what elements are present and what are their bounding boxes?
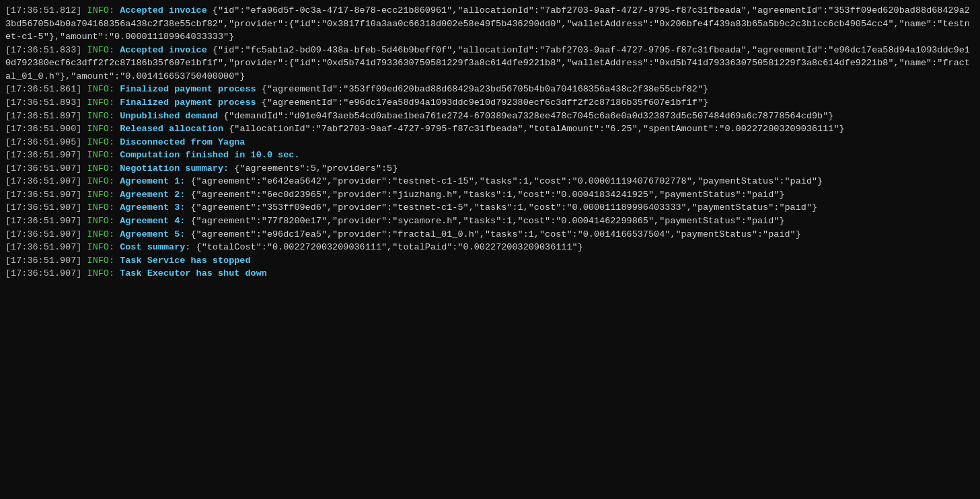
timestamp: [17:36:51.907] [5, 150, 87, 160]
log-body: {"agreement":"353ff09ed6","provider":"te… [185, 202, 817, 213]
log-label: Released allocation [120, 124, 223, 134]
timestamp: [17:36:51.907] [5, 163, 87, 174]
log-body: {"agreement":"6ec0d23965","provider":"ji… [185, 190, 784, 200]
log-body: {"allocationId":"7abf2703-9aaf-4727-9795… [223, 124, 845, 134]
timestamp: [17:36:51.907] [5, 190, 87, 200]
log-body: {"agreementId":"e96dc17ea58d94a1093ddc9e… [256, 98, 708, 108]
log-label: Accepted invoice [120, 45, 207, 55]
log-level: INFO: [87, 124, 120, 134]
log-level: INFO: [87, 216, 120, 226]
log-line: [17:36:51.907] INFO: Computation finishe… [5, 149, 975, 162]
log-line: [17:36:51.907] INFO: Agreement 4: {"agre… [5, 215, 975, 228]
log-line: [17:36:51.907] INFO: Agreement 5: {"agre… [5, 228, 975, 241]
timestamp: [17:36:51.833] [5, 45, 87, 55]
log-level: INFO: [87, 137, 120, 147]
log-body: {"agreements":5,"providers":5} [229, 163, 398, 174]
log-label: Unpublished demand [120, 111, 218, 121]
log-body: {"demandId":"d01e04f3aeb54cd0abae1bea761… [218, 111, 833, 121]
log-line: [17:36:51.900] INFO: Released allocation… [5, 122, 975, 136]
log-level: INFO: [87, 242, 120, 252]
log-level: INFO: [87, 229, 120, 239]
log-level: INFO: [87, 256, 120, 266]
timestamp: [17:36:51.897] [5, 111, 87, 121]
log-label: Accepted invoice [120, 5, 207, 15]
log-label: Disconnected from Yagna [120, 137, 245, 147]
timestamp: [17:36:51.907] [5, 176, 87, 186]
log-level: INFO: [87, 45, 120, 55]
log-label: Finalized payment process [120, 98, 256, 108]
log-body: {"totalCost":"0.002272003209036111","tot… [190, 242, 582, 252]
timestamp: [17:36:51.812] [5, 5, 87, 15]
timestamp: [17:36:51.907] [5, 256, 87, 266]
log-body: {"agreementId":"353ff09ed620bad88d68429a… [256, 84, 708, 94]
log-level: INFO: [87, 268, 120, 278]
log-level: INFO: [87, 84, 120, 94]
timestamp: [17:36:51.893] [5, 98, 87, 108]
log-level: INFO: [87, 150, 120, 160]
log-line: [17:36:51.907] INFO: Task Service has st… [5, 254, 975, 268]
timestamp: [17:36:51.905] [5, 137, 87, 147]
log-line: [17:36:51.907] INFO: Agreement 3: {"agre… [5, 201, 975, 215]
log-level: INFO: [87, 176, 120, 186]
log-line: [17:36:51.907] INFO: Task Executor has s… [5, 267, 975, 280]
log-label: Finalized payment process [120, 84, 256, 94]
log-body: {"agreement":"e96dc17ea5","provider":"fr… [185, 229, 800, 239]
log-line: [17:36:51.833] INFO: Accepted invoice {"… [5, 44, 975, 83]
log-level: INFO: [87, 163, 120, 174]
timestamp: [17:36:51.907] [5, 202, 87, 213]
log-label: Agreement 3: [120, 202, 185, 213]
log-line: [17:36:51.905] INFO: Disconnected from Y… [5, 136, 975, 149]
log-level: INFO: [87, 5, 120, 15]
log-line: [17:36:51.861] INFO: Finalized payment p… [5, 83, 975, 96]
log-body: {"agreement":"77f8200e17","provider":"sy… [185, 216, 784, 226]
log-line: [17:36:51.907] INFO: Cost summary: {"tot… [5, 241, 975, 254]
log-line: [17:36:51.907] INFO: Negotiation summary… [5, 162, 975, 176]
timestamp: [17:36:51.907] [5, 242, 87, 252]
log-label: Task Executor has shut down [120, 268, 267, 278]
log-label: Agreement 1: [120, 176, 185, 186]
log-level: INFO: [87, 190, 120, 200]
log-label: Agreement 5: [120, 229, 185, 239]
log-label: Agreement 2: [120, 190, 185, 200]
log-line: [17:36:51.893] INFO: Finalized payment p… [5, 96, 975, 110]
log-line: [17:36:51.812] INFO: Accepted invoice {"… [5, 4, 975, 44]
log-line: [17:36:51.897] INFO: Unpublished demand … [5, 110, 975, 123]
log-level: INFO: [87, 98, 120, 108]
timestamp: [17:36:51.900] [5, 124, 87, 134]
log-label: Agreement 4: [120, 216, 185, 226]
log-level: INFO: [87, 111, 120, 121]
log-line: [17:36:51.907] INFO: Agreement 2: {"agre… [5, 188, 975, 202]
timestamp: [17:36:51.907] [5, 268, 87, 278]
log-label: Computation finished in 10.0 sec. [120, 150, 299, 160]
timestamp: [17:36:51.907] [5, 216, 87, 226]
timestamp: [17:36:51.861] [5, 84, 87, 94]
log-container: [17:36:51.812] INFO: Accepted invoice {"… [5, 4, 975, 280]
log-label: Task Service has stopped [120, 256, 250, 266]
log-body: {"agreement":"e642ea5642","provider":"te… [185, 176, 823, 186]
log-label: Negotiation summary: [120, 163, 229, 174]
timestamp: [17:36:51.907] [5, 229, 87, 239]
log-line: [17:36:51.907] INFO: Agreement 1: {"agre… [5, 175, 975, 188]
log-level: INFO: [87, 202, 120, 213]
log-label: Cost summary: [120, 242, 190, 252]
